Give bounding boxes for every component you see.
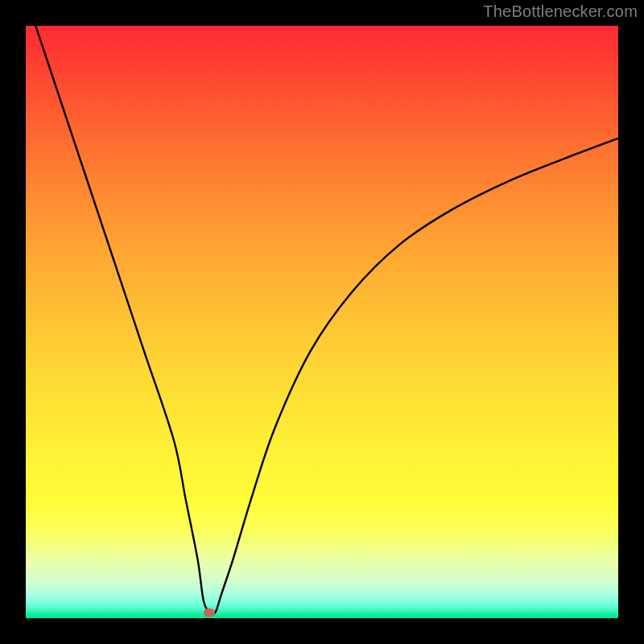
curve-layer: [26, 26, 618, 618]
attribution-text: TheBottlenecker.com: [483, 2, 638, 21]
optimal-point-marker: [204, 608, 215, 617]
plot-area: [26, 26, 618, 618]
bottleneck-curve: [26, 26, 618, 614]
chart-frame: TheBottlenecker.com: [0, 0, 644, 644]
